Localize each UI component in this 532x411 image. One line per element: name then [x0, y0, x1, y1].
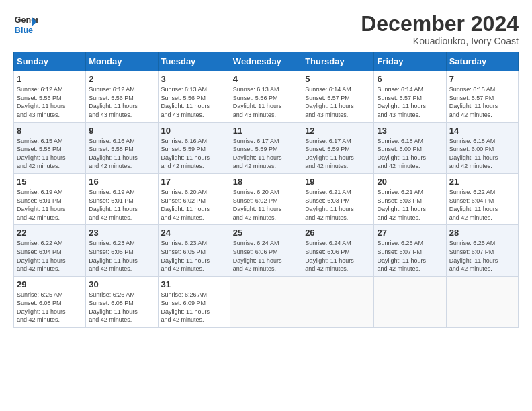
day-detail: Sunrise: 6:19 AM Sunset: 6:01 PM Dayligh… — [89, 188, 154, 222]
day-number: 23 — [89, 228, 154, 238]
col-thursday: Thursday — [302, 52, 374, 71]
table-row: 9Sunrise: 6:16 AM Sunset: 5:58 PM Daylig… — [86, 122, 158, 173]
table-row: 29Sunrise: 6:25 AM Sunset: 6:08 PM Dayli… — [14, 276, 86, 327]
col-sunday: Sunday — [14, 52, 86, 71]
title-block: December 2024 Kouadioukro, Ivory Coast — [361, 12, 519, 46]
table-row: 11Sunrise: 6:17 AM Sunset: 5:59 PM Dayli… — [230, 122, 302, 173]
table-row: 24Sunrise: 6:23 AM Sunset: 6:05 PM Dayli… — [158, 225, 230, 276]
location-subtitle: Kouadioukro, Ivory Coast — [361, 36, 519, 46]
day-detail: Sunrise: 6:14 AM Sunset: 5:57 PM Dayligh… — [305, 85, 371, 119]
day-detail: Sunrise: 6:16 AM Sunset: 5:59 PM Dayligh… — [161, 137, 227, 171]
day-number: 11 — [233, 126, 299, 136]
logo: General Blue — [13, 12, 38, 36]
day-number: 25 — [233, 228, 299, 238]
table-row: 6Sunrise: 6:14 AM Sunset: 5:57 PM Daylig… — [374, 71, 446, 122]
table-row: 10Sunrise: 6:16 AM Sunset: 5:59 PM Dayli… — [158, 122, 230, 173]
table-row — [302, 276, 374, 327]
calendar-header-row: Sunday Monday Tuesday Wednesday Thursday… — [14, 52, 519, 71]
day-detail: Sunrise: 6:26 AM Sunset: 6:08 PM Dayligh… — [89, 291, 154, 324]
day-number: 30 — [89, 279, 154, 289]
day-detail: Sunrise: 6:23 AM Sunset: 6:05 PM Dayligh… — [161, 239, 227, 273]
week-row-5: 29Sunrise: 6:25 AM Sunset: 6:08 PM Dayli… — [14, 276, 519, 327]
day-detail: Sunrise: 6:12 AM Sunset: 5:56 PM Dayligh… — [17, 85, 83, 119]
table-row: 1Sunrise: 6:12 AM Sunset: 5:56 PM Daylig… — [14, 71, 86, 122]
day-number: 8 — [17, 126, 83, 136]
day-number: 13 — [377, 126, 443, 136]
table-row: 30Sunrise: 6:26 AM Sunset: 6:08 PM Dayli… — [86, 276, 158, 327]
day-number: 16 — [89, 177, 154, 187]
day-number: 10 — [161, 126, 227, 136]
table-row: 15Sunrise: 6:19 AM Sunset: 6:01 PM Dayli… — [14, 173, 86, 224]
day-number: 12 — [305, 126, 371, 136]
table-row: 28Sunrise: 6:25 AM Sunset: 6:07 PM Dayli… — [446, 225, 518, 276]
table-row: 20Sunrise: 6:21 AM Sunset: 6:03 PM Dayli… — [374, 173, 446, 224]
day-detail: Sunrise: 6:18 AM Sunset: 6:00 PM Dayligh… — [449, 137, 515, 171]
col-friday: Friday — [374, 52, 446, 71]
table-row — [446, 276, 518, 327]
table-row: 7Sunrise: 6:15 AM Sunset: 5:57 PM Daylig… — [446, 71, 518, 122]
table-row: 5Sunrise: 6:14 AM Sunset: 5:57 PM Daylig… — [302, 71, 374, 122]
day-detail: Sunrise: 6:15 AM Sunset: 5:58 PM Dayligh… — [17, 137, 83, 171]
table-row: 19Sunrise: 6:21 AM Sunset: 6:03 PM Dayli… — [302, 173, 374, 224]
table-row: 4Sunrise: 6:13 AM Sunset: 5:56 PM Daylig… — [230, 71, 302, 122]
day-number: 6 — [377, 74, 443, 84]
day-detail: Sunrise: 6:13 AM Sunset: 5:56 PM Dayligh… — [233, 85, 299, 119]
day-detail: Sunrise: 6:14 AM Sunset: 5:57 PM Dayligh… — [377, 85, 443, 119]
col-monday: Monday — [86, 52, 158, 71]
day-number: 31 — [161, 279, 227, 289]
table-row: 3Sunrise: 6:13 AM Sunset: 5:56 PM Daylig… — [158, 71, 230, 122]
day-number: 2 — [89, 74, 154, 84]
day-detail: Sunrise: 6:21 AM Sunset: 6:03 PM Dayligh… — [305, 188, 371, 222]
day-detail: Sunrise: 6:16 AM Sunset: 5:58 PM Dayligh… — [89, 137, 154, 171]
table-row: 8Sunrise: 6:15 AM Sunset: 5:58 PM Daylig… — [14, 122, 86, 173]
day-detail: Sunrise: 6:13 AM Sunset: 5:56 PM Dayligh… — [161, 85, 227, 119]
day-number: 26 — [305, 228, 371, 238]
table-row: 14Sunrise: 6:18 AM Sunset: 6:00 PM Dayli… — [446, 122, 518, 173]
logo-icon: General Blue — [13, 12, 38, 36]
day-number: 4 — [233, 74, 299, 84]
table-row: 13Sunrise: 6:18 AM Sunset: 6:00 PM Dayli… — [374, 122, 446, 173]
day-number: 1 — [17, 74, 83, 84]
day-detail: Sunrise: 6:22 AM Sunset: 6:04 PM Dayligh… — [449, 188, 515, 222]
table-row: 16Sunrise: 6:19 AM Sunset: 6:01 PM Dayli… — [86, 173, 158, 224]
table-row: 23Sunrise: 6:23 AM Sunset: 6:05 PM Dayli… — [86, 225, 158, 276]
day-detail: Sunrise: 6:24 AM Sunset: 6:06 PM Dayligh… — [305, 239, 371, 273]
day-number: 22 — [17, 228, 83, 238]
day-detail: Sunrise: 6:25 AM Sunset: 6:07 PM Dayligh… — [449, 239, 515, 273]
week-row-4: 22Sunrise: 6:22 AM Sunset: 6:04 PM Dayli… — [14, 225, 519, 276]
day-detail: Sunrise: 6:17 AM Sunset: 5:59 PM Dayligh… — [233, 137, 299, 171]
day-number: 17 — [161, 177, 227, 187]
month-title: December 2024 — [361, 12, 519, 36]
day-number: 24 — [161, 228, 227, 238]
week-row-2: 8Sunrise: 6:15 AM Sunset: 5:58 PM Daylig… — [14, 122, 519, 173]
table-row: 25Sunrise: 6:24 AM Sunset: 6:06 PM Dayli… — [230, 225, 302, 276]
table-row — [230, 276, 302, 327]
day-number: 20 — [377, 177, 443, 187]
table-row: 22Sunrise: 6:22 AM Sunset: 6:04 PM Dayli… — [14, 225, 86, 276]
day-number: 9 — [89, 126, 154, 136]
day-number: 15 — [17, 177, 83, 187]
header: General Blue December 2024 Kouadioukro, … — [13, 12, 519, 46]
day-detail: Sunrise: 6:12 AM Sunset: 5:56 PM Dayligh… — [89, 85, 154, 119]
svg-text:Blue: Blue — [15, 26, 33, 35]
day-detail: Sunrise: 6:19 AM Sunset: 6:01 PM Dayligh… — [17, 188, 83, 222]
day-number: 3 — [161, 74, 227, 84]
table-row: 12Sunrise: 6:17 AM Sunset: 5:59 PM Dayli… — [302, 122, 374, 173]
col-saturday: Saturday — [446, 52, 518, 71]
day-detail: Sunrise: 6:26 AM Sunset: 6:09 PM Dayligh… — [161, 291, 227, 324]
day-detail: Sunrise: 6:17 AM Sunset: 5:59 PM Dayligh… — [305, 137, 371, 171]
week-row-3: 15Sunrise: 6:19 AM Sunset: 6:01 PM Dayli… — [14, 173, 519, 224]
day-number: 18 — [233, 177, 299, 187]
table-row: 21Sunrise: 6:22 AM Sunset: 6:04 PM Dayli… — [446, 173, 518, 224]
day-detail: Sunrise: 6:20 AM Sunset: 6:02 PM Dayligh… — [233, 188, 299, 222]
day-detail: Sunrise: 6:25 AM Sunset: 6:07 PM Dayligh… — [377, 239, 443, 273]
week-row-1: 1Sunrise: 6:12 AM Sunset: 5:56 PM Daylig… — [14, 71, 519, 122]
day-detail: Sunrise: 6:15 AM Sunset: 5:57 PM Dayligh… — [449, 85, 515, 119]
day-number: 27 — [377, 228, 443, 238]
day-detail: Sunrise: 6:24 AM Sunset: 6:06 PM Dayligh… — [233, 239, 299, 273]
table-row: 26Sunrise: 6:24 AM Sunset: 6:06 PM Dayli… — [302, 225, 374, 276]
day-number: 14 — [449, 126, 515, 136]
table-row: 17Sunrise: 6:20 AM Sunset: 6:02 PM Dayli… — [158, 173, 230, 224]
table-row — [374, 276, 446, 327]
day-detail: Sunrise: 6:18 AM Sunset: 6:00 PM Dayligh… — [377, 137, 443, 171]
